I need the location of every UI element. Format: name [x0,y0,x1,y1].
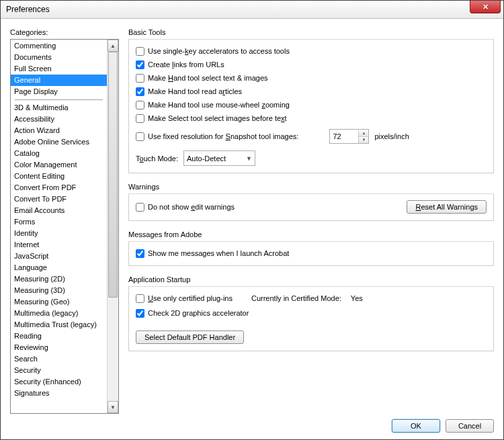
messages-title: Messages from Adobe [128,230,494,238]
opt-create-links[interactable]: Create links from URLs [136,59,487,70]
category-item[interactable]: Content Editing [11,171,107,182]
close-button[interactable]: ✕ [470,1,501,13]
category-separator [15,99,103,100]
opt-no-edit-warnings-checkbox[interactable] [136,203,144,212]
categories-label: Categories: [10,28,119,36]
startup-title: Application Startup [128,275,494,283]
opt-create-links-checkbox[interactable] [136,60,144,69]
opt-hand-wheel[interactable]: Make Hand tool use mouse-wheel zooming [136,99,487,110]
category-item[interactable]: Security (Enhanced) [11,376,107,388]
category-item[interactable]: Reviewing [11,342,107,353]
category-item[interactable]: Multimedia (legacy) [11,308,107,319]
chevron-down-icon: ▼ [246,155,252,162]
opt-hand-wheel-checkbox[interactable] [136,101,144,109]
reset-warnings-button[interactable]: Reset All Warnings [407,200,487,214]
preferences-window: Preferences ✕ Categories: CommentingDocu… [0,0,504,440]
titlebar: Preferences ✕ [1,1,503,19]
opt-certified-plugins-checkbox[interactable] [136,294,144,303]
warnings-group: Warnings Do not show edit warnings Reset… [128,183,494,221]
certified-mode-label: Currently in Certified Mode: [251,294,341,302]
category-item[interactable]: Search [11,353,107,365]
settings-content: Basic Tools Use single-key accelerators … [128,28,494,414]
startup-group: Application Startup Use only certified p… [128,275,494,351]
category-item[interactable]: Page Display [11,86,107,97]
category-item[interactable]: Identity [11,228,107,239]
spin-up-icon[interactable]: ▲ [359,130,368,137]
touch-mode-row: Touch Mode: Auto-Detect ▼ [136,150,487,166]
certified-mode-value: Yes [351,294,363,302]
opt-no-edit-warnings[interactable]: Do not show edit warnings [136,202,235,212]
categories-column: Categories: CommentingDocumentsFull Scre… [10,28,119,414]
category-item[interactable]: General [11,75,107,86]
opt-show-messages[interactable]: Show me messages when I launch Acrobat [136,248,487,259]
category-item[interactable]: Documents [11,52,107,63]
opt-hand-articles[interactable]: Make Hand tool read articles [136,86,487,97]
dialog-body: Categories: CommentingDocumentsFull Scre… [1,19,503,439]
category-item[interactable]: Reading [11,331,107,342]
category-item[interactable]: Security [11,365,107,376]
opt-gfx-accel-checkbox[interactable] [136,309,144,318]
category-item[interactable]: Signatures [11,388,107,399]
category-item[interactable]: Measuring (3D) [11,285,107,296]
category-item[interactable]: Measuring (Geo) [11,296,107,308]
scroll-thumb[interactable] [108,52,118,298]
opt-hand-articles-checkbox[interactable] [136,87,144,96]
category-item[interactable]: Commenting [11,40,107,52]
category-item[interactable]: Email Accounts [11,205,107,216]
opt-hand-select-checkbox[interactable] [136,74,144,83]
touch-mode-select[interactable]: Auto-Detect ▼ [183,150,255,166]
category-item[interactable]: Color Management [11,159,107,171]
category-item[interactable]: Convert From PDF [11,182,107,193]
category-item[interactable]: JavaScript [11,251,107,262]
snapshot-row: Use fixed resolution for Snapshot tool i… [136,129,487,144]
category-item[interactable]: Measuring (2D) [11,273,107,285]
category-item[interactable]: Multimedia Trust (legacy) [11,319,107,331]
snapshot-resolution-stepper[interactable]: ▲▼ [329,129,369,144]
select-pdf-handler-button[interactable]: Select Default PDF Handler [136,331,244,344]
snapshot-unit: pixels/inch [374,132,409,140]
category-item[interactable]: Forms [11,216,107,228]
opt-gfx-accel[interactable]: Check 2D graphics accelerator [136,308,487,318]
opt-snapshot-checkbox[interactable] [136,132,144,141]
category-item[interactable]: Adobe Online Services [11,136,107,148]
scroll-down-button[interactable]: ▼ [108,401,118,413]
opt-snapshot[interactable]: Use fixed resolution for Snapshot tool i… [136,131,298,142]
category-item[interactable]: Action Wizard [11,125,107,136]
category-item[interactable]: Convert To PDF [11,193,107,205]
opt-certified-plugins[interactable]: Use only certified plug-ins [136,293,233,304]
ok-button[interactable]: OK [392,419,440,433]
category-item[interactable]: Language [11,262,107,273]
snapshot-resolution-input[interactable] [330,130,358,142]
category-item[interactable]: Internet [11,239,107,251]
opt-single-key-checkbox[interactable] [136,47,144,56]
window-title: Preferences [6,5,50,14]
opt-hand-select[interactable]: Make Hand tool select text & images [136,73,487,83]
categories-listbox[interactable]: CommentingDocumentsFull ScreenGeneralPag… [10,39,119,414]
opt-single-key[interactable]: Use single-key accelerators to access to… [136,46,487,56]
scrollbar[interactable]: ▲ ▼ [107,40,118,413]
dialog-footer: OK Cancel [10,414,494,433]
category-item[interactable]: Full Screen [11,63,107,75]
category-item[interactable]: 3D & Multimedia [11,102,107,114]
category-item[interactable]: Catalog [11,148,107,159]
opt-select-images-checkbox[interactable] [136,114,144,123]
cancel-button[interactable]: Cancel [446,419,494,433]
spin-down-icon[interactable]: ▼ [359,137,368,143]
scroll-up-button[interactable]: ▲ [108,40,118,52]
warnings-title: Warnings [128,183,494,191]
messages-group: Messages from Adobe Show me messages whe… [128,230,494,266]
category-item[interactable]: Accessibility [11,114,107,125]
touch-mode-label: Touch Mode: [136,155,178,163]
scroll-track[interactable] [108,52,118,401]
close-icon: ✕ [482,3,489,11]
opt-select-images[interactable]: Make Select tool select images before te… [136,113,487,124]
opt-show-messages-checkbox[interactable] [136,249,144,258]
basic-tools-group: Basic Tools Use single-key accelerators … [128,28,494,173]
basic-tools-title: Basic Tools [128,28,494,36]
